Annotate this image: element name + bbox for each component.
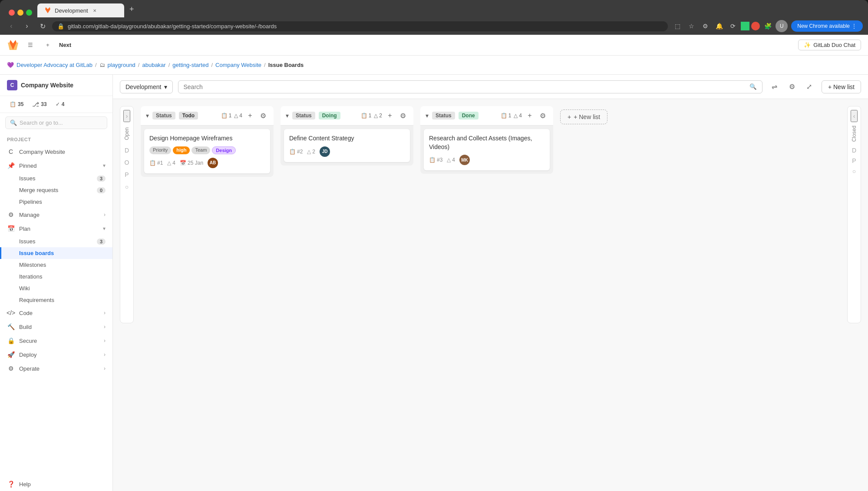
todo-weight-count: △ 4 (234, 113, 242, 119)
puzzle-icon[interactable]: 🧩 (762, 20, 774, 32)
approvals-counter[interactable]: ✓ 4 (53, 100, 67, 109)
extension-icon-2[interactable]: 🔔 (713, 20, 725, 32)
board-column-todo: ▾ Status Todo 📋 1 △ 4 + (141, 106, 274, 177)
doing-weight-icon: △ (374, 113, 378, 119)
sidebar-item-build[interactable]: 🔨 Build › (0, 320, 112, 334)
issues-counter[interactable]: 📋 35 (7, 100, 26, 109)
todo-settings-button[interactable]: ⚙ (258, 110, 268, 121)
search-input[interactable] (184, 83, 746, 90)
column-doing-header: ▾ Status Doing 📋 1 △ 2 + (281, 106, 413, 126)
closed-panel-toggle[interactable]: ‹ (851, 110, 858, 122)
done-card-1-footer: 📋 #3 △ 4 MK (429, 155, 545, 165)
sidebar-plan-iterations[interactable]: Iterations (0, 271, 112, 282)
sidebar-item-deploy[interactable]: 🚀 Deploy › (0, 348, 112, 362)
sidebar-item-plan[interactable]: 📅 Plan ▾ (0, 222, 112, 236)
header-next-label: Next (59, 42, 71, 48)
doing-card-1-avatar: JD (320, 146, 330, 157)
todo-card-1[interactable]: Design Homepage Wireframes Priority high… (144, 129, 270, 173)
todo-add-button[interactable]: + (245, 110, 255, 121)
traffic-light-green[interactable] (26, 10, 32, 16)
deploy-label: Deploy (19, 352, 99, 358)
sidebar-plan-milestones[interactable]: Milestones (0, 259, 112, 271)
search-placeholder: Search or go to... (20, 119, 63, 126)
sidebar-search-input[interactable]: 🔍 Search or go to... (5, 116, 107, 129)
doing-card-1[interactable]: Define Content Strategy 📋 #2 △ 2 (284, 129, 410, 162)
breadcrumb-sep-5: / (264, 62, 266, 68)
bookmark-icon[interactable]: ☆ (685, 20, 697, 32)
forward-button[interactable]: › (21, 20, 33, 32)
milestones-label: Milestones (19, 262, 46, 268)
new-tab-button[interactable]: + (126, 3, 138, 16)
merge-sub-badge: 0 (97, 187, 106, 193)
expand-button[interactable]: ⤢ (802, 80, 816, 94)
board-column-done: ▾ Status Done 📋 1 △ 4 + (420, 106, 553, 174)
card-1-date: 📅 25 Jan (180, 160, 203, 166)
extension-icon-3[interactable]: ⟳ (727, 20, 739, 32)
address-bar[interactable]: 🔒 gitlab.com/gitlab-da/playground/abubak… (52, 21, 668, 31)
done-settings-button[interactable]: ⚙ (538, 110, 548, 121)
breadcrumb-getting-started[interactable]: getting-started (172, 62, 208, 68)
done-add-button[interactable]: + (525, 110, 535, 121)
sidebar-plan-requirements[interactable]: Requirements (0, 294, 112, 306)
browser-tab-active[interactable]: Development ✕ (37, 3, 124, 17)
main-content: Development ▾ 🔍 ⇌ ⚙ ⤢ + New list (113, 75, 868, 491)
gitlab-duo-chat-button[interactable]: ✨ GitLab Duo Chat (798, 40, 861, 50)
breadcrumb-developer-advocacy[interactable]: Developer Advocacy at GitLab (17, 62, 92, 68)
sidebar-plan-wiki[interactable]: Wiki (0, 282, 112, 294)
sidebar-item-pinned[interactable]: 📌 Pinned ▾ (0, 159, 112, 173)
sidebar-sub-issues[interactable]: Issues 3 (0, 173, 112, 184)
heart-emoji: 💜 (7, 62, 14, 68)
new-chrome-button[interactable]: New Chrome available ⋮ (791, 20, 863, 32)
done-collapse-button[interactable]: ▾ (426, 112, 429, 119)
refresh-button[interactable]: ↻ (36, 20, 49, 32)
plus-menu-button[interactable]: + (42, 39, 54, 51)
sidebar-plan-issue-boards[interactable]: Issue boards (0, 247, 112, 259)
sidebar-item-company-website[interactable]: C Company Website (0, 145, 112, 159)
extension-icons: ⬚ ☆ ⚙ 🔔 ⟳ 🧩 U (671, 20, 788, 32)
breadcrumb-sep-3: / (168, 62, 170, 68)
doing-collapse-button[interactable]: ▾ (286, 112, 289, 119)
search-submit-button[interactable]: 🔍 (749, 83, 757, 90)
traffic-light-yellow[interactable] (17, 10, 23, 16)
sidebar-plan-issues[interactable]: Issues 3 (0, 236, 112, 247)
open-panel-label: Open (124, 124, 130, 143)
code-label: Code (19, 310, 99, 316)
counter-row: 📋 35 ⎇ 33 ✓ 4 (0, 96, 112, 113)
new-list-large-button[interactable]: + + New list (560, 109, 607, 124)
todo-column-body: Design Homepage Wireframes Priority high… (141, 126, 274, 177)
sidebar-search[interactable]: 🔍 Search or go to... (0, 113, 112, 133)
cast-icon[interactable]: ⬚ (671, 20, 683, 32)
todo-collapse-button[interactable]: ▾ (146, 112, 149, 119)
doing-settings-button[interactable]: ⚙ (398, 110, 408, 121)
sidebar-item-secure[interactable]: 🔒 Secure › (0, 334, 112, 348)
tab-close-button[interactable]: ✕ (92, 7, 98, 13)
breadcrumb-abubakar[interactable]: abubakar (142, 62, 165, 68)
back-button[interactable]: ‹ (5, 20, 17, 32)
traffic-light-red[interactable] (9, 10, 15, 16)
board-selector-label: Development (125, 83, 162, 90)
user-avatar-browser[interactable]: U (776, 20, 788, 32)
breadcrumb-playground[interactable]: playground (108, 62, 135, 68)
merge-requests-counter[interactable]: ⎇ 33 (30, 100, 49, 109)
sidebar-sub-pipelines[interactable]: Pipelines (0, 196, 112, 208)
approvals-icon: ✓ (56, 101, 60, 107)
sidebar-item-code[interactable]: </> Code › (0, 306, 112, 320)
breadcrumb-company-website[interactable]: Company Website (215, 62, 261, 68)
extension-icon-1[interactable]: ⚙ (699, 20, 711, 32)
filter-button[interactable]: ⇌ (768, 80, 782, 94)
sidebar-item-manage[interactable]: ⚙ Manage › (0, 208, 112, 222)
done-issue-num: 1 (508, 113, 512, 119)
sidebar-sub-merge[interactable]: Merge requests 0 (0, 184, 112, 196)
new-list-button[interactable]: + New list (822, 80, 861, 93)
toggle-sidebar-button[interactable]: ☰ (24, 39, 36, 51)
todo-weight-icon: △ (234, 113, 238, 119)
sidebar-item-help[interactable]: ❓ Help (0, 477, 112, 491)
search-bar[interactable]: 🔍 (178, 80, 762, 93)
operate-label: Operate (19, 365, 99, 372)
board-selector-button[interactable]: Development ▾ (120, 80, 173, 93)
settings-button[interactable]: ⚙ (785, 80, 799, 94)
sidebar-item-operate[interactable]: ⚙ Operate › (0, 362, 112, 375)
done-card-1[interactable]: Research and Collect Assets (Images, Vid… (424, 129, 550, 170)
doing-add-button[interactable]: + (385, 110, 395, 121)
open-panel-toggle[interactable]: › (123, 110, 131, 122)
